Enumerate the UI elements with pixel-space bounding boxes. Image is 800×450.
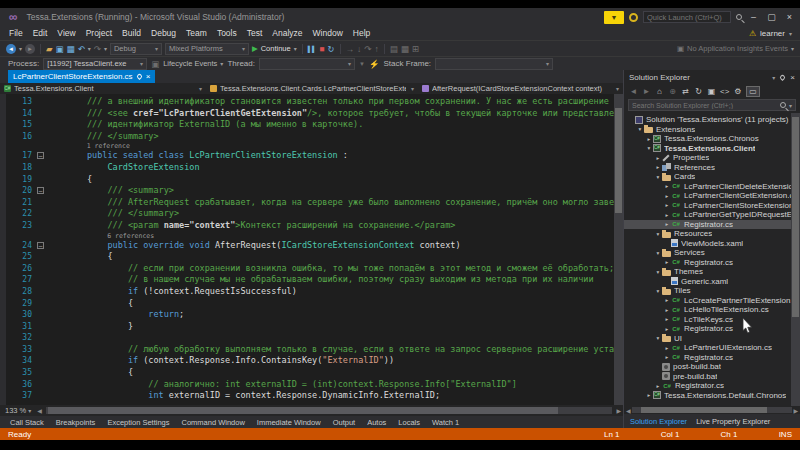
tree-horizontal-scrollbar[interactable]: ◀ ▶ [624, 406, 800, 414]
tree-item-registrator-cs[interactable]: ▸C#Registrator.cs [624, 324, 791, 334]
window-layout-icon[interactable]: ⊞ [412, 43, 419, 55]
expand-arrow-icon[interactable]: ▸ [654, 383, 662, 389]
collapse-arrow-icon[interactable]: ▾ [654, 250, 662, 256]
show-next-statement-icon[interactable]: → [346, 43, 355, 55]
restore-button[interactable]: ▢ [765, 8, 778, 26]
tab-live-property-explorer[interactable]: Live Property Explorer [696, 417, 770, 426]
search-icon[interactable] [780, 102, 786, 108]
pin-icon[interactable] [136, 73, 143, 80]
menu-tools[interactable]: Tools [212, 28, 242, 38]
expand-arrow-icon[interactable]: ▸ [663, 345, 671, 351]
tree-item-pre-build-bat[interactable]: pre-build.bat [624, 372, 791, 382]
view-code-icon[interactable]: <> [720, 87, 729, 96]
expand-arrow-icon[interactable]: ▸ [663, 202, 671, 208]
expand-arrow-icon[interactable]: ▸ [654, 164, 662, 170]
menu-analyze[interactable]: Analyze [267, 28, 307, 38]
pin-icon[interactable] [779, 73, 786, 80]
tree-item-lcpartnerclientgetextension-cs[interactable]: ▸C#LcPartnerClientGetExtension.cs [624, 191, 791, 201]
stack-frame-dropdown[interactable]: ▾ [435, 58, 553, 70]
minimize-button[interactable]: – [747, 8, 760, 26]
scroll-right-icon[interactable]: ▶ [616, 407, 621, 414]
flag-threads-icon[interactable]: ⚡ [369, 58, 380, 70]
back-icon[interactable]: ◄ [629, 87, 638, 96]
expand-arrow-icon[interactable]: ▸ [645, 136, 653, 142]
refresh-icon[interactable]: ↻ [694, 87, 703, 96]
expand-arrow-icon[interactable]: ▸ [663, 307, 671, 313]
user-name[interactable]: learner [760, 29, 785, 38]
filter-button[interactable]: ▼ [604, 11, 624, 24]
menu-edit[interactable]: Edit [28, 28, 53, 38]
chevron-down-icon[interactable]: ▾ [789, 102, 792, 109]
menu-help[interactable]: Help [348, 28, 375, 38]
recording-indicator-icon[interactable] [629, 13, 638, 22]
scroll-right-icon[interactable]: ▶ [793, 407, 798, 414]
window-layout-icon[interactable]: ▤ [390, 43, 398, 55]
tree-item-lcpartneruiextension-cs[interactable]: ▸C#LcPartnerUIExtension.cs [624, 343, 791, 353]
panel-tab-autos[interactable]: Autos [361, 418, 392, 427]
expand-arrow-icon[interactable]: ▸ [663, 326, 671, 332]
zoom-level-dropdown[interactable]: 133 %▾ [2, 406, 34, 415]
collapse-arrow-icon[interactable]: ▾ [654, 269, 662, 275]
tree-item-resources[interactable]: ▾Resources [624, 229, 791, 239]
window-position-icon[interactable]: ▾ [772, 74, 775, 81]
codelens-link[interactable]: 1 reference [87, 142, 130, 150]
properties-icon[interactable]: ⚙ [733, 87, 742, 96]
home-icon[interactable]: ⌂ [655, 87, 664, 96]
window-layout-icon[interactable]: ▦ [401, 43, 409, 55]
panel-tab-watch-1[interactable]: Watch 1 [426, 418, 465, 427]
tree-item-registrator-cs[interactable]: ▸C#Registrator.cs [624, 353, 791, 363]
solution-search-input[interactable] [629, 102, 777, 109]
chevron-down-icon[interactable]: ▾ [104, 45, 107, 52]
application-insights-dropdown[interactable]: ▣ No Application Insights Events ▾ [677, 44, 794, 53]
solution-config-dropdown[interactable]: Debug▾ [110, 43, 162, 55]
tree-item-registrator-cs[interactable]: ▸C#Registrator.cs [624, 258, 791, 268]
tree-item-properties[interactable]: ▸Properties [624, 153, 791, 163]
tree-item-tessa-extensions-default-chronos[interactable]: ▸C#Tessa.Extensions.Default.Chronos [624, 391, 791, 401]
save-icon[interactable]: ▣ [56, 43, 64, 55]
codelens-link[interactable]: 6 references [107, 232, 154, 240]
tree-item-lcpartnergettypeidrequestextension-cs[interactable]: ▸C#LcPartnerGetTypeIDRequestExtension.cs [624, 210, 791, 220]
tree-vertical-scrollbar[interactable] [791, 113, 800, 406]
scrollbar-thumb[interactable] [615, 108, 622, 213]
menu-window[interactable]: Window [308, 28, 348, 38]
preview-selected-icon[interactable]: ▭ [746, 86, 760, 97]
scroll-left-icon[interactable]: ◀ [37, 407, 42, 414]
menu-debug[interactable]: Debug [146, 28, 181, 38]
search-icon[interactable] [736, 14, 742, 20]
collapse-arrow-icon[interactable]: ▾ [636, 126, 644, 132]
tree-item-services[interactable]: ▾Services [624, 248, 791, 258]
tree-item-extensions[interactable]: ▾Extensions [624, 125, 791, 135]
tree-item-lcpartnerclientstoreextension-cs[interactable]: ▸C#LcPartnerClientStoreExtension.cs [624, 201, 791, 211]
menu-build[interactable]: Build [117, 28, 146, 38]
code-editor[interactable]: 13 /// а внешний идентификатор становитс… [0, 94, 623, 405]
show-all-files-icon[interactable]: ▣ [707, 87, 716, 96]
tree-item-tessa-extensions-chronos[interactable]: ▸C#Tessa.Extensions.Chronos [624, 134, 791, 144]
editor-vertical-scrollbar[interactable] [614, 94, 623, 405]
sync-with-active-icon[interactable]: ⇄ [681, 87, 690, 96]
chevron-down-icon[interactable]: ▾ [19, 45, 22, 52]
tab-solution-explorer[interactable]: Solution Explorer [630, 417, 687, 426]
tree-item-tessa-extensions-client[interactable]: ▾C#Tessa.Extensions.Client [624, 144, 791, 154]
continue-button[interactable]: ▶ Continue ▾ [252, 44, 297, 53]
chevron-down-icon[interactable]: ▾ [88, 45, 91, 52]
panel-tab-output[interactable]: Output [327, 418, 362, 427]
tree-item-viewmodels-xaml[interactable]: ViewModels.xaml [624, 239, 791, 249]
tree-item-post-build-bat[interactable]: post-build.bat [624, 362, 791, 372]
panel-tab-call-stack[interactable]: Call Stack [4, 418, 50, 427]
scroll-left-icon[interactable]: ◀ [626, 407, 631, 414]
collapse-arrow-icon[interactable]: ▾ [654, 231, 662, 237]
warning-icon[interactable]: ⚠ [749, 29, 756, 38]
tree-item-ui[interactable]: ▾UI [624, 334, 791, 344]
expand-arrow-icon[interactable]: ▸ [663, 212, 671, 218]
tree-item-solution-tessa-extensions-11-projects[interactable]: Solution 'Tessa.Extensions' (11 projects… [624, 115, 791, 125]
type-dropdown[interactable]: Tessa.Extensions.Client.Cards.LcPartnerC… [206, 84, 418, 93]
collapse-arrow-icon[interactable]: ▾ [654, 335, 662, 341]
collapse-arrow-icon[interactable]: ▾ [654, 288, 662, 294]
collapse-arrow-icon[interactable]: ▾ [645, 145, 653, 151]
step-over-icon[interactable]: ↷ [364, 43, 371, 55]
break-all-icon[interactable]: ▌▌ [308, 43, 317, 55]
tree-item-cards[interactable]: ▾Cards [624, 172, 791, 182]
scrollbar-thumb[interactable] [48, 407, 558, 414]
undo-icon[interactable]: ↶ [78, 43, 85, 55]
panel-tab-command-window[interactable]: Command Window [176, 418, 251, 427]
